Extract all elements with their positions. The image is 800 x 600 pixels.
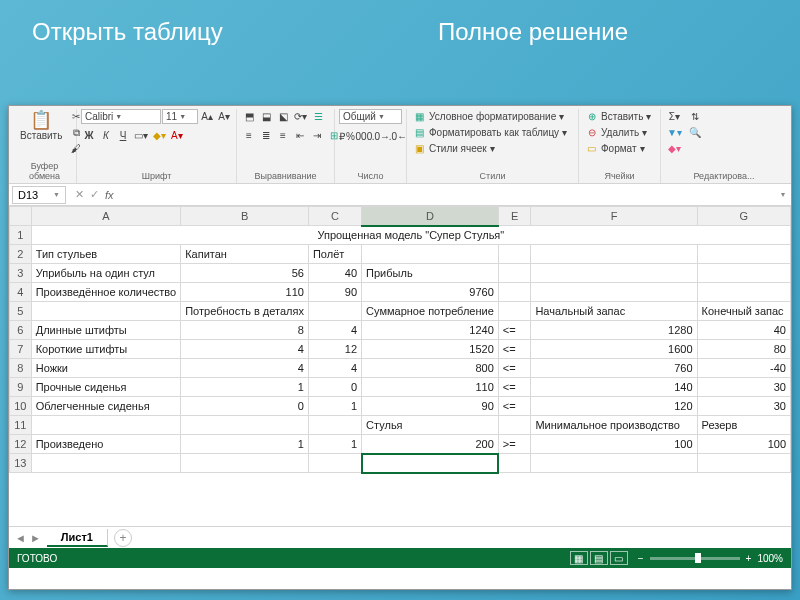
cell[interactable] (498, 302, 531, 321)
cell[interactable] (531, 283, 697, 302)
cell[interactable]: Конечный запас (697, 302, 790, 321)
zoom-slider[interactable] (650, 557, 740, 560)
cell[interactable]: <= (498, 359, 531, 378)
cell[interactable]: -40 (697, 359, 790, 378)
zoom-in-button[interactable]: + (746, 553, 752, 564)
find-icon[interactable]: 🔍 (687, 125, 703, 140)
col-header-D[interactable]: D (362, 207, 499, 226)
row-header[interactable]: 11 (10, 416, 32, 435)
number-format-select[interactable]: Общий▼ (339, 109, 402, 124)
thousands-icon[interactable]: 000 (356, 129, 372, 144)
cell[interactable] (181, 454, 309, 473)
cell[interactable]: 30 (697, 378, 790, 397)
cell[interactable] (31, 454, 181, 473)
zoom-level[interactable]: 100% (757, 553, 783, 564)
cell[interactable]: 1600 (531, 340, 697, 359)
cell[interactable] (308, 416, 361, 435)
cell[interactable]: Прибыль (362, 264, 499, 283)
cell[interactable]: 1240 (362, 321, 499, 340)
cell[interactable]: 1 (308, 397, 361, 416)
cell[interactable]: 8 (181, 321, 309, 340)
spreadsheet-grid[interactable]: A B C D E F G 1Упрощенная модель "Супер … (9, 206, 791, 473)
decrease-decimal-icon[interactable]: .0← (390, 129, 406, 144)
cell[interactable]: Упрощенная модель "Супер Стулья" (31, 226, 790, 245)
cell[interactable]: Уприбыль на один стул (31, 264, 181, 283)
row-header[interactable]: 5 (10, 302, 32, 321)
cell[interactable] (308, 302, 361, 321)
cell[interactable] (697, 283, 790, 302)
row-header[interactable]: 12 (10, 435, 32, 454)
align-bottom-icon[interactable]: ⬕ (275, 109, 291, 124)
cell[interactable]: 140 (531, 378, 697, 397)
select-all-corner[interactable] (10, 207, 32, 226)
increase-font-icon[interactable]: A▴ (199, 109, 215, 124)
cell[interactable]: 12 (308, 340, 361, 359)
cell[interactable]: <= (498, 378, 531, 397)
cell[interactable] (31, 302, 181, 321)
cell[interactable] (531, 245, 697, 264)
increase-decimal-icon[interactable]: .0→ (373, 129, 389, 144)
cell[interactable]: >= (498, 435, 531, 454)
cell[interactable]: Стулья (362, 416, 499, 435)
cell[interactable]: Суммарное потребление (362, 302, 499, 321)
cell[interactable] (362, 454, 499, 473)
cell[interactable]: 110 (362, 378, 499, 397)
view-pagebreak-icon[interactable]: ▭ (610, 551, 628, 565)
cell[interactable]: 90 (362, 397, 499, 416)
align-center-icon[interactable]: ≣ (258, 128, 274, 143)
cell[interactable]: 120 (531, 397, 697, 416)
cell[interactable]: Произведённое количество (31, 283, 181, 302)
row-header[interactable]: 6 (10, 321, 32, 340)
cell[interactable]: Ножки (31, 359, 181, 378)
view-normal-icon[interactable]: ▦ (570, 551, 588, 565)
font-size-select[interactable]: 11▼ (162, 109, 198, 124)
underline-button[interactable]: Ч (115, 128, 131, 143)
sort-filter-icon[interactable]: ⇅ (687, 109, 703, 124)
cell[interactable]: Полёт (308, 245, 361, 264)
cell[interactable]: Капитан (181, 245, 309, 264)
font-name-select[interactable]: Calibri▼ (81, 109, 161, 124)
cell[interactable]: 80 (697, 340, 790, 359)
cell[interactable]: 200 (362, 435, 499, 454)
cell[interactable]: <= (498, 340, 531, 359)
decrease-font-icon[interactable]: A▾ (216, 109, 232, 124)
fill-color-icon[interactable]: ◆▾ (151, 128, 168, 143)
cell[interactable] (498, 245, 531, 264)
cell[interactable] (697, 245, 790, 264)
align-right-icon[interactable]: ≡ (275, 128, 291, 143)
cell[interactable]: Длинные штифты (31, 321, 181, 340)
cell[interactable] (498, 416, 531, 435)
cell[interactable] (498, 283, 531, 302)
cell[interactable]: Произведено (31, 435, 181, 454)
row-header[interactable]: 10 (10, 397, 32, 416)
indent-inc-icon[interactable]: ⇥ (309, 128, 325, 143)
cell[interactable]: <= (498, 397, 531, 416)
cell[interactable]: 4 (181, 359, 309, 378)
italic-button[interactable]: К (98, 128, 114, 143)
cell[interactable]: 1520 (362, 340, 499, 359)
row-header[interactable]: 8 (10, 359, 32, 378)
wrap-text-icon[interactable]: ☰ (310, 109, 326, 124)
fill-icon[interactable]: ▼▾ (665, 125, 684, 140)
cell[interactable] (31, 416, 181, 435)
autosum-icon[interactable]: Σ▾ (665, 109, 684, 124)
percent-icon[interactable]: % (346, 129, 355, 144)
delete-cells-button[interactable]: ⊖Удалить▾ (583, 125, 653, 140)
row-header[interactable]: 2 (10, 245, 32, 264)
align-middle-icon[interactable]: ⬓ (258, 109, 274, 124)
col-header-A[interactable]: A (31, 207, 181, 226)
cell[interactable] (697, 454, 790, 473)
add-sheet-button[interactable]: + (114, 529, 132, 547)
col-header-G[interactable]: G (697, 207, 790, 226)
zoom-out-button[interactable]: − (638, 553, 644, 564)
cell[interactable]: Потребность в деталях (181, 302, 309, 321)
cell[interactable]: Резерв (697, 416, 790, 435)
cell[interactable]: Облегченные сиденья (31, 397, 181, 416)
paste-button[interactable]: 📋 Вставить (17, 109, 65, 143)
col-header-C[interactable]: C (308, 207, 361, 226)
cancel-formula-icon[interactable]: ✕ (75, 188, 84, 201)
col-header-E[interactable]: E (498, 207, 531, 226)
borders-icon[interactable]: ▭▾ (132, 128, 150, 143)
indent-dec-icon[interactable]: ⇤ (292, 128, 308, 143)
cell[interactable]: Минимальное производство (531, 416, 697, 435)
